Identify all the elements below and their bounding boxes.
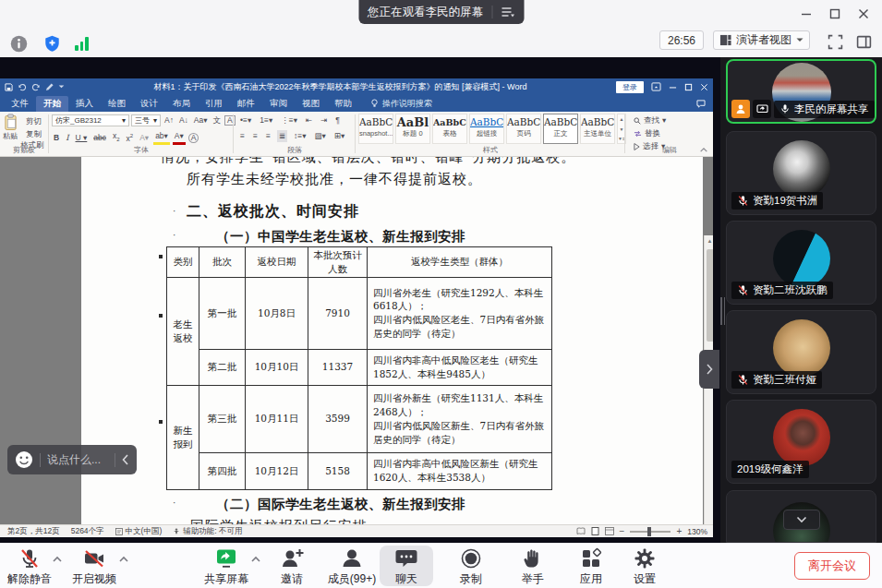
collapse-ribbon-icon[interactable] (699, 147, 708, 153)
line-spacing-button[interactable]: ↕≡▾ (292, 130, 308, 142)
security-shield-icon[interactable] (42, 33, 62, 54)
collapse-chat-icon[interactable] (122, 454, 129, 465)
leave-meeting-button[interactable]: 离开会议 (794, 552, 870, 580)
meeting-info-icon[interactable] (8, 33, 29, 54)
phonetic-guide-button[interactable]: 文 (211, 114, 224, 126)
increase-indent-button[interactable]: ⇥ (319, 114, 329, 126)
zoom-in-button[interactable]: + (676, 526, 682, 536)
language-indicator[interactable]: 中文(中国) (115, 526, 163, 537)
print-layout-icon[interactable] (591, 527, 599, 535)
invite-button[interactable]: 邀请 (262, 547, 321, 587)
align-left-button[interactable]: ≡ (238, 130, 247, 142)
apps-button[interactable]: 应用 (562, 547, 621, 587)
scroll-participants-down-button[interactable] (783, 510, 820, 530)
justify-button[interactable]: ≣ (277, 130, 287, 142)
participant-tile[interactable]: 资勤19贺书洲 (726, 131, 876, 215)
unmute-button[interactable]: 解除静音 (0, 547, 59, 587)
chat-overlay[interactable]: 说点什么... (7, 445, 137, 474)
style-card[interactable]: AaBbC超链接 (469, 114, 504, 144)
undo-icon[interactable] (18, 83, 27, 91)
tab-home[interactable]: 开始 (36, 96, 68, 112)
raise-hand-button[interactable]: 举手 (503, 547, 562, 587)
read-mode-icon[interactable] (576, 527, 586, 535)
cut-button[interactable]: 剪切 (24, 115, 43, 127)
sign-in-button[interactable]: 登录 (616, 81, 644, 93)
window-maximize-button[interactable] (825, 5, 845, 23)
window-minimize-button[interactable] (796, 5, 816, 23)
video-options-chevron[interactable] (118, 556, 129, 563)
text-effects-button[interactable]: A▾ (138, 132, 151, 144)
shrink-font-button[interactable]: A↓ (177, 114, 190, 126)
replace-button[interactable]: 替换 (632, 127, 668, 139)
style-card[interactable]: AaBbCcI表格 (432, 114, 467, 144)
enclose-characters-button[interactable]: A (188, 133, 199, 143)
align-right-button[interactable]: ≡ (264, 130, 272, 142)
share-options-chevron[interactable] (250, 556, 261, 563)
borders-button[interactable]: ⊞▾ (332, 130, 346, 142)
participant-tile[interactable]: 资勤三班付娅 (726, 310, 876, 394)
pen-icon[interactable] (45, 83, 54, 91)
record-button[interactable]: 录制 (441, 547, 501, 587)
tab-file[interactable]: 文件 (4, 96, 36, 112)
word-minimize-icon[interactable] (669, 83, 677, 91)
qat-dropdown-icon[interactable] (58, 85, 65, 89)
network-signal-icon[interactable] (75, 37, 89, 51)
start-video-button[interactable]: 开启视频 (65, 547, 124, 587)
underline-button[interactable]: U ▾ (74, 132, 90, 144)
zoom-slider-knob[interactable] (647, 527, 651, 536)
emoji-button[interactable] (15, 450, 33, 469)
shading-button[interactable]: ▨▾ (313, 130, 328, 142)
word-restore-icon[interactable] (684, 83, 693, 91)
font-size-select[interactable]: 三号▾ (131, 114, 161, 126)
scroll-up-arrow[interactable]: ▲ (705, 235, 713, 246)
zoom-slider[interactable] (630, 531, 671, 533)
align-center-button[interactable]: ≡ (251, 130, 260, 142)
multilevel-list-button[interactable]: ⋮≡▾ (279, 114, 299, 126)
italic-button[interactable]: I (64, 132, 70, 144)
word-close-icon[interactable] (700, 83, 708, 91)
superscript-button[interactable]: x2 (125, 130, 136, 145)
save-icon[interactable] (5, 83, 13, 91)
accessibility-status[interactable]: 辅助功能: 不可用 (173, 526, 242, 537)
grow-font-button[interactable]: A↑ (163, 114, 175, 126)
tell-me-search[interactable]: 操作说明搜索 (370, 98, 432, 110)
style-card[interactable]: AaBl标题 0 (395, 114, 430, 144)
style-card-selected[interactable]: AaBbC正文 (543, 114, 578, 144)
fullscreen-button[interactable] (825, 31, 845, 52)
strikethrough-button[interactable]: abc (91, 132, 108, 144)
font-color-button[interactable]: A▾ (173, 130, 186, 145)
settings-button[interactable]: 设置 (615, 547, 674, 587)
tab-view[interactable]: 视图 (295, 96, 327, 112)
tab-layout[interactable]: 布局 (165, 96, 198, 112)
word-count[interactable]: 5264个字 (71, 526, 104, 537)
window-close-button[interactable] (853, 5, 874, 23)
participant-tile-sharer[interactable]: 李民的屏幕共享 (726, 59, 876, 124)
tab-design[interactable]: 设计 (133, 96, 165, 112)
chat-button[interactable]: 聊天 (377, 547, 436, 587)
comments-icon[interactable] (696, 100, 706, 108)
zoom-level[interactable]: 130% (687, 527, 707, 536)
numbering-button[interactable]: 1≡▾ (258, 114, 274, 126)
change-case-button[interactable]: Aa▾ (192, 114, 210, 126)
subscript-button[interactable]: x2 (111, 130, 122, 146)
bullets-button[interactable]: •≡▾ (238, 114, 253, 126)
find-button[interactable]: 查找 ▾ (632, 114, 668, 126)
web-layout-icon[interactable] (605, 527, 614, 535)
style-card[interactable]: AaBbC主送单位 (580, 114, 615, 144)
font-name-select[interactable]: 仿宋_GB2312▾ (52, 114, 129, 126)
tab-help[interactable]: 帮助 (327, 96, 359, 112)
paragraph-marks-button[interactable]: ¶ (333, 114, 342, 126)
bold-button[interactable]: B (52, 132, 61, 144)
zoom-out-button[interactable]: − (620, 526, 625, 536)
style-card[interactable]: AaBbCsnapshot... (358, 114, 393, 144)
sidebar-collapse-handle[interactable] (699, 350, 719, 389)
chat-input[interactable]: 说点什么... (47, 452, 108, 468)
highlight-button[interactable]: ab▾ (153, 130, 170, 145)
tab-review[interactable]: 审阅 (262, 96, 295, 112)
banner-menu-icon[interactable] (501, 6, 514, 18)
tab-draw[interactable]: 绘图 (101, 96, 133, 112)
tab-references[interactable]: 引用 (198, 96, 230, 112)
style-card[interactable]: AaBbCc页码 (506, 114, 541, 144)
document-page[interactable]: 情况，安排学生“错区域、错层次、错时、错峰”分期分批返校。 所有学生未经学校批准… (81, 157, 703, 524)
decrease-indent-button[interactable]: ⇤ (304, 114, 314, 126)
